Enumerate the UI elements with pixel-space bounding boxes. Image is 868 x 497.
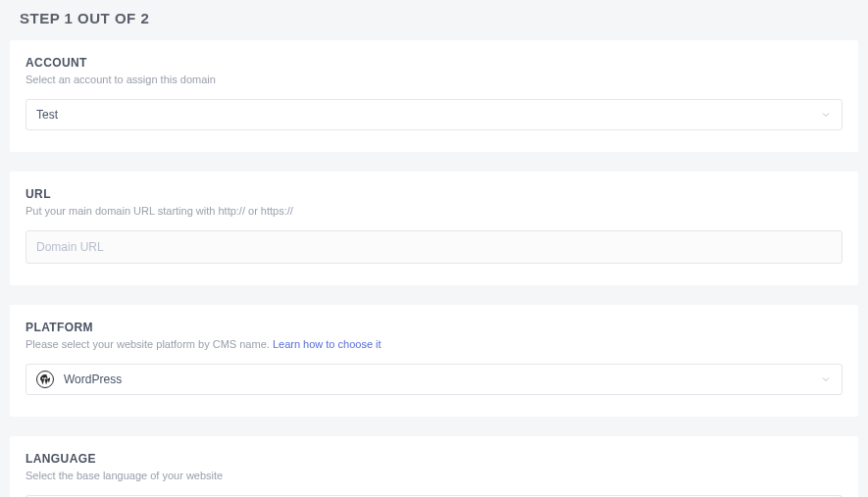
platform-label: PLATFORM [26, 321, 842, 334]
account-value: Test [36, 108, 58, 122]
page-title: STEP 1 OUT OF 2 [0, 0, 868, 40]
platform-learn-link[interactable]: Learn how to choose it [273, 338, 382, 350]
platform-hint: Please select your website platform by C… [26, 338, 842, 350]
url-card: URL Put your main domain URL starting wi… [10, 172, 858, 285]
chevron-down-icon [820, 373, 832, 385]
account-card: ACCOUNT Select an account to assign this… [10, 40, 858, 152]
platform-card: PLATFORM Please select your website plat… [10, 305, 858, 417]
wordpress-icon [36, 371, 54, 388]
language-label: LANGUAGE [26, 452, 842, 466]
language-card: LANGUAGE Select the base language of you… [10, 436, 858, 497]
platform-value: WordPress [64, 373, 122, 386]
url-label: URL [26, 187, 842, 201]
platform-select[interactable]: WordPress [26, 364, 842, 395]
account-hint: Select an account to assign this domain [26, 74, 842, 85]
url-hint: Put your main domain URL starting with h… [26, 205, 842, 217]
platform-hint-text: Please select your website platform by C… [26, 338, 273, 350]
account-label: ACCOUNT [26, 56, 842, 70]
language-hint: Select the base language of your website [26, 470, 842, 481]
account-select[interactable]: Test [26, 99, 842, 130]
url-input[interactable] [26, 230, 842, 264]
chevron-down-icon [820, 109, 832, 121]
